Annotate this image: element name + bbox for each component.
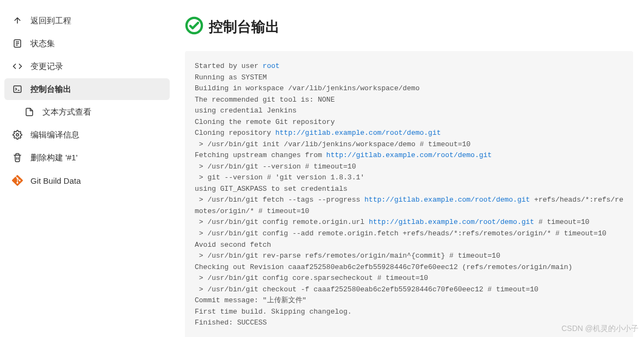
page-title: 控制台输出 [209,17,280,36]
svg-rect-1 [14,86,21,92]
sidebar-item-label: 编辑编译信息 [30,130,79,140]
console-line: Finished: SUCCESS [195,317,623,329]
svg-point-2 [16,134,19,136]
page-title-row: 控制台输出 [185,16,633,37]
console-line: using credential Jenkins [195,105,623,117]
code-icon [12,61,23,72]
git-icon [12,175,23,186]
sidebar-item-git-data[interactable]: Git Build Data [4,170,170,191]
console-line: Started by user root [195,61,623,72]
file-icon [24,107,35,117]
arrow-up-icon [12,15,23,26]
sidebar-item-label: 删除构建 '#1' [30,153,78,163]
sidebar-item-back[interactable]: 返回到工程 [4,10,170,32]
console-line: > /usr/bin/git config remote.origin.url … [195,217,623,228]
console-line: Running as SYSTEM [195,72,623,84]
console-line: > /usr/bin/git checkout -f caaaf252580ea… [195,284,623,296]
sidebar-item-edit-build[interactable]: 编辑编译信息 [4,124,170,146]
document-icon [12,38,23,49]
console-line: > /usr/bin/git rev-parse refs/remotes/or… [195,251,623,262]
console-line: First time build. Skipping changelog. [195,307,623,318]
console-link[interactable]: http://gitlab.example.com/root/demo.git [364,196,530,204]
sidebar-item-label: 返回到工程 [30,16,71,26]
console-line: Cloning the remote Git repository [195,117,623,128]
gear-icon [12,129,23,140]
console-link[interactable]: root [263,62,280,70]
sidebar: 返回到工程 状态集 变更记录 控制台输出 文本方式查看 编辑编译信息 删除构 [0,0,174,337]
console-line: Avoid second fetch [195,240,623,251]
console-line: > git --version # 'git version 1.8.3.1' [195,172,623,184]
main-content: 控制台输出 Started by user rootRunning as SYS… [174,0,644,337]
sidebar-item-label: 文本方式查看 [42,107,91,117]
console-line: Fetching upstream changes from http://gi… [195,150,623,161]
sidebar-item-label: 状态集 [30,39,55,49]
sidebar-item-console[interactable]: 控制台输出 [4,78,170,100]
sidebar-item-status[interactable]: 状态集 [4,33,170,54]
console-line: using GIT_ASKPASS to set credentials [195,184,623,195]
console-line: > /usr/bin/git fetch --tags --progress h… [195,195,623,217]
sidebar-item-label: 控制台输出 [30,84,71,95]
sidebar-item-label: Git Build Data [30,176,81,185]
console-link[interactable]: http://gitlab.example.com/root/demo.git [369,218,534,226]
sidebar-item-label: 变更记录 [30,61,63,72]
console-line: Checking out Revision caaaf252580eab6c2e… [195,262,623,273]
sidebar-item-changes[interactable]: 变更记录 [4,55,170,77]
console-link[interactable]: http://gitlab.example.com/root/demo.git [326,151,492,159]
console-line: > /usr/bin/git --version # timeout=10 [195,161,623,173]
console-output: Started by user rootRunning as SYSTEMBui… [185,51,633,337]
console-line: The recommended git tool is: NONE [195,95,623,106]
console-link[interactable]: http://gitlab.example.com/root/demo.git [275,129,441,137]
console-line: Commit message: "上传新文件" [195,295,623,307]
success-icon [185,16,203,37]
console-line: > /usr/bin/git init /var/lib/jenkins/wor… [195,139,623,151]
console-line: Cloning repository http://gitlab.example… [195,128,623,139]
sidebar-item-plaintext[interactable]: 文本方式查看 [4,101,170,123]
console-line: > /usr/bin/git config --add remote.origi… [195,228,623,240]
terminal-icon [12,84,23,95]
sidebar-item-delete-build[interactable]: 删除构建 '#1' [4,147,170,168]
console-line: > /usr/bin/git config core.sparsecheckou… [195,273,623,284]
console-line: Building in workspace /var/lib/jenkins/w… [195,83,623,95]
trash-icon [12,152,23,163]
